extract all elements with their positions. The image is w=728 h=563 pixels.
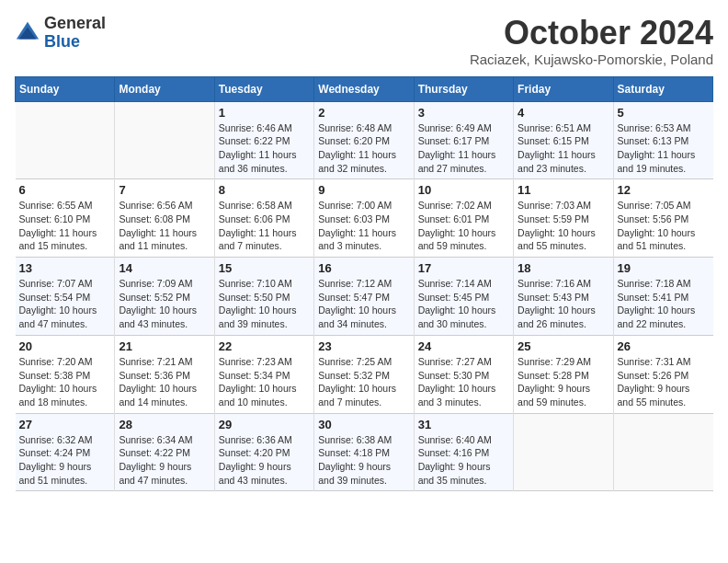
day-number: 20 <box>19 339 111 353</box>
day-number: 29 <box>219 418 310 431</box>
day-info: Sunrise: 7:25 AM Sunset: 5:32 PM Dayligh… <box>318 355 409 409</box>
calendar-week-row: 6Sunrise: 6:55 AM Sunset: 6:10 PM Daylig… <box>16 179 713 258</box>
day-number: 7 <box>119 183 210 197</box>
day-number: 16 <box>318 261 409 275</box>
calendar-cell <box>115 101 214 179</box>
day-number: 2 <box>318 106 409 120</box>
weekday-header-thursday: Thursday <box>414 76 513 101</box>
day-number: 27 <box>19 418 111 431</box>
day-info: Sunrise: 7:20 AM Sunset: 5:38 PM Dayligh… <box>19 355 111 409</box>
location-subtitle: Raciazek, Kujawsko-Pomorskie, Poland <box>470 52 713 67</box>
calendar-cell: 7Sunrise: 6:56 AM Sunset: 6:08 PM Daylig… <box>115 179 214 258</box>
day-number: 13 <box>19 261 111 275</box>
calendar-cell: 20Sunrise: 7:20 AM Sunset: 5:38 PM Dayli… <box>16 335 115 413</box>
calendar-cell: 18Sunrise: 7:16 AM Sunset: 5:43 PM Dayli… <box>514 258 613 336</box>
day-info: Sunrise: 6:36 AM Sunset: 4:20 PM Dayligh… <box>219 433 310 488</box>
calendar-cell: 24Sunrise: 7:27 AM Sunset: 5:30 PM Dayli… <box>414 335 513 413</box>
logo-icon <box>15 20 40 46</box>
day-info: Sunrise: 7:00 AM Sunset: 6:03 PM Dayligh… <box>318 199 409 253</box>
day-info: Sunrise: 6:48 AM Sunset: 6:20 PM Dayligh… <box>318 121 409 176</box>
calendar-cell: 5Sunrise: 6:53 AM Sunset: 6:13 PM Daylig… <box>613 101 712 179</box>
day-number: 28 <box>119 418 210 431</box>
day-number: 4 <box>518 106 609 120</box>
day-info: Sunrise: 6:46 AM Sunset: 6:22 PM Dayligh… <box>219 121 310 176</box>
calendar-cell: 11Sunrise: 7:03 AM Sunset: 5:59 PM Dayli… <box>514 179 613 258</box>
calendar-cell: 6Sunrise: 6:55 AM Sunset: 6:10 PM Daylig… <box>16 179 115 258</box>
day-info: Sunrise: 7:07 AM Sunset: 5:54 PM Dayligh… <box>19 277 111 331</box>
day-number: 18 <box>518 261 609 275</box>
calendar-cell: 16Sunrise: 7:12 AM Sunset: 5:47 PM Dayli… <box>314 258 414 336</box>
day-info: Sunrise: 7:09 AM Sunset: 5:52 PM Dayligh… <box>119 277 210 331</box>
calendar-cell: 23Sunrise: 7:25 AM Sunset: 5:32 PM Dayli… <box>314 335 414 413</box>
calendar-cell: 31Sunrise: 6:40 AM Sunset: 4:16 PM Dayli… <box>414 413 513 491</box>
calendar-cell: 27Sunrise: 6:32 AM Sunset: 4:24 PM Dayli… <box>16 413 115 491</box>
logo: General Blue <box>15 15 106 52</box>
day-number: 22 <box>219 339 310 353</box>
calendar-cell <box>514 413 613 491</box>
day-info: Sunrise: 7:10 AM Sunset: 5:50 PM Dayligh… <box>219 277 310 331</box>
calendar-cell: 21Sunrise: 7:21 AM Sunset: 5:36 PM Dayli… <box>115 335 214 413</box>
calendar-cell: 1Sunrise: 6:46 AM Sunset: 6:22 PM Daylig… <box>214 101 313 179</box>
weekday-header-row: SundayMondayTuesdayWednesdayThursdayFrid… <box>16 76 713 101</box>
calendar-week-row: 27Sunrise: 6:32 AM Sunset: 4:24 PM Dayli… <box>16 413 713 491</box>
day-number: 19 <box>618 261 710 275</box>
day-number: 3 <box>418 106 509 120</box>
month-title: October 2024 <box>470 15 713 52</box>
day-info: Sunrise: 6:49 AM Sunset: 6:17 PM Dayligh… <box>418 121 509 176</box>
day-info: Sunrise: 7:03 AM Sunset: 5:59 PM Dayligh… <box>518 199 609 253</box>
day-info: Sunrise: 6:38 AM Sunset: 4:18 PM Dayligh… <box>318 433 409 488</box>
weekday-header-saturday: Saturday <box>613 76 712 101</box>
day-number: 15 <box>219 261 310 275</box>
weekday-header-wednesday: Wednesday <box>314 76 414 101</box>
calendar-cell: 9Sunrise: 7:00 AM Sunset: 6:03 PM Daylig… <box>314 179 414 258</box>
title-block: October 2024 Raciazek, Kujawsko-Pomorski… <box>470 15 713 67</box>
calendar-cell: 29Sunrise: 6:36 AM Sunset: 4:20 PM Dayli… <box>214 413 313 491</box>
day-info: Sunrise: 7:18 AM Sunset: 5:41 PM Dayligh… <box>618 277 710 331</box>
calendar-cell: 3Sunrise: 6:49 AM Sunset: 6:17 PM Daylig… <box>414 101 513 179</box>
day-info: Sunrise: 7:21 AM Sunset: 5:36 PM Dayligh… <box>119 355 210 409</box>
day-info: Sunrise: 7:29 AM Sunset: 5:28 PM Dayligh… <box>518 355 609 409</box>
day-info: Sunrise: 7:02 AM Sunset: 6:01 PM Dayligh… <box>418 199 509 253</box>
day-number: 5 <box>618 106 710 120</box>
day-info: Sunrise: 7:14 AM Sunset: 5:45 PM Dayligh… <box>418 277 509 331</box>
day-number: 30 <box>318 418 409 431</box>
day-info: Sunrise: 6:34 AM Sunset: 4:22 PM Dayligh… <box>119 433 210 488</box>
day-info: Sunrise: 6:55 AM Sunset: 6:10 PM Dayligh… <box>19 199 111 253</box>
calendar-week-row: 20Sunrise: 7:20 AM Sunset: 5:38 PM Dayli… <box>16 335 713 413</box>
day-number: 17 <box>418 261 509 275</box>
day-info: Sunrise: 6:56 AM Sunset: 6:08 PM Dayligh… <box>119 199 210 253</box>
day-info: Sunrise: 6:53 AM Sunset: 6:13 PM Dayligh… <box>618 121 710 176</box>
day-number: 26 <box>618 339 710 353</box>
calendar-cell: 2Sunrise: 6:48 AM Sunset: 6:20 PM Daylig… <box>314 101 414 179</box>
weekday-header-sunday: Sunday <box>16 76 115 101</box>
calendar-cell: 26Sunrise: 7:31 AM Sunset: 5:26 PM Dayli… <box>613 335 712 413</box>
calendar-cell: 22Sunrise: 7:23 AM Sunset: 5:34 PM Dayli… <box>214 335 313 413</box>
calendar-cell: 10Sunrise: 7:02 AM Sunset: 6:01 PM Dayli… <box>414 179 513 258</box>
weekday-header-monday: Monday <box>115 76 214 101</box>
day-number: 11 <box>518 183 609 197</box>
calendar-week-row: 13Sunrise: 7:07 AM Sunset: 5:54 PM Dayli… <box>16 258 713 336</box>
day-info: Sunrise: 7:23 AM Sunset: 5:34 PM Dayligh… <box>219 355 310 409</box>
day-info: Sunrise: 7:16 AM Sunset: 5:43 PM Dayligh… <box>518 277 609 331</box>
day-number: 31 <box>418 418 509 431</box>
day-info: Sunrise: 7:27 AM Sunset: 5:30 PM Dayligh… <box>418 355 509 409</box>
day-info: Sunrise: 7:12 AM Sunset: 5:47 PM Dayligh… <box>318 277 409 331</box>
day-number: 24 <box>418 339 509 353</box>
day-info: Sunrise: 7:05 AM Sunset: 5:56 PM Dayligh… <box>618 199 710 253</box>
calendar-cell: 14Sunrise: 7:09 AM Sunset: 5:52 PM Dayli… <box>115 258 214 336</box>
day-number: 21 <box>119 339 210 353</box>
calendar-cell: 30Sunrise: 6:38 AM Sunset: 4:18 PM Dayli… <box>314 413 414 491</box>
calendar-cell: 8Sunrise: 6:58 AM Sunset: 6:06 PM Daylig… <box>214 179 313 258</box>
day-info: Sunrise: 6:58 AM Sunset: 6:06 PM Dayligh… <box>219 199 310 253</box>
day-info: Sunrise: 6:51 AM Sunset: 6:15 PM Dayligh… <box>518 121 609 176</box>
calendar-cell: 4Sunrise: 6:51 AM Sunset: 6:15 PM Daylig… <box>514 101 613 179</box>
day-number: 23 <box>318 339 409 353</box>
day-number: 6 <box>19 183 111 197</box>
logo-text: General Blue <box>44 15 106 52</box>
day-number: 14 <box>119 261 210 275</box>
weekday-header-tuesday: Tuesday <box>214 76 313 101</box>
calendar-cell: 19Sunrise: 7:18 AM Sunset: 5:41 PM Dayli… <box>613 258 712 336</box>
calendar-cell: 12Sunrise: 7:05 AM Sunset: 5:56 PM Dayli… <box>613 179 712 258</box>
calendar-cell <box>613 413 712 491</box>
day-info: Sunrise: 6:32 AM Sunset: 4:24 PM Dayligh… <box>19 433 111 488</box>
